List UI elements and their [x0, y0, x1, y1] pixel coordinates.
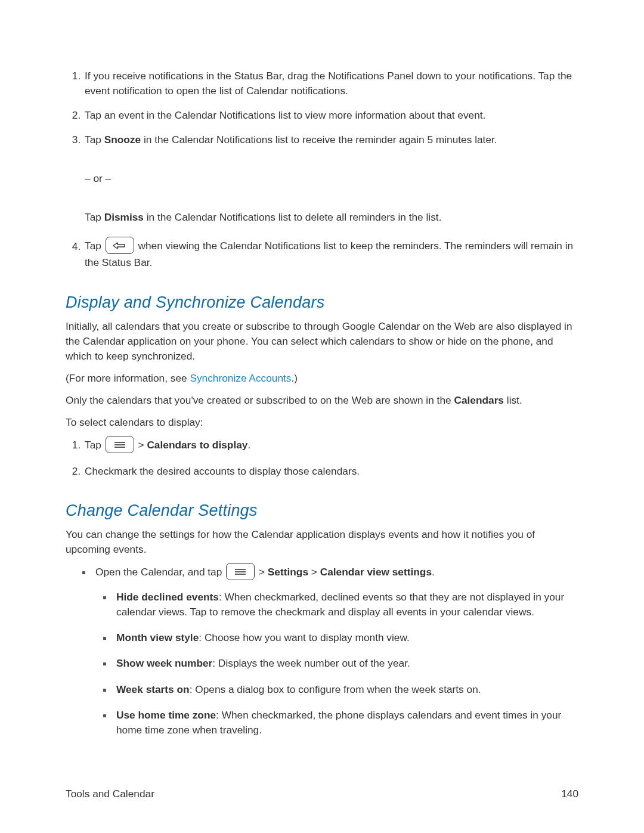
step-2: Tap an event in the Calendar Notificatio…	[83, 108, 578, 123]
step-1: If you receive notifications in the Stat…	[83, 69, 578, 98]
footer-page-number: 140	[561, 788, 578, 800]
or-separator: – or –	[85, 171, 578, 186]
footer-section-title: Tools and Calendar	[66, 788, 154, 800]
step-2-text: Tap an event in the Calendar Notificatio…	[85, 109, 485, 121]
section1-p3: Only the calendars that you've created o…	[66, 393, 578, 408]
settings-label: Settings	[268, 566, 308, 578]
snooze-label: Snooze	[104, 134, 141, 145]
back-button-icon	[106, 237, 134, 254]
bullet-week-starts-on: Week starts on: Opens a dialog box to co…	[113, 682, 578, 697]
section1-step-2: Checkmark the desired accounts to displa…	[83, 464, 578, 479]
section2-top-bullet: Open the Calendar, and tap > Settings > …	[92, 564, 578, 738]
menu-button-icon	[106, 436, 134, 453]
section2-outer-list: Open the Calendar, and tap > Settings > …	[66, 564, 578, 738]
section1-p2: (For more information, see Synchronize A…	[66, 371, 578, 386]
heading-display-sync: Display and Synchronize Calendars	[66, 293, 578, 312]
section2-p1: You can change the settings for how the …	[66, 527, 578, 557]
heading-change-settings: Change Calendar Settings	[66, 501, 578, 520]
section1-step-1: Tap > Calendars to display.	[83, 437, 578, 454]
dismiss-label: Dismiss	[104, 211, 144, 223]
bullet-home-time-zone: Use home time zone: When checkmarked, th…	[113, 708, 578, 738]
menu-button-icon	[226, 563, 255, 580]
section1-p1: Initially, all calendars that you create…	[66, 319, 578, 364]
calendar-view-settings-label: Calendar view settings	[320, 566, 432, 578]
step-3-alt: Tap Dismiss in the Calendar Notification…	[85, 210, 578, 225]
synchronize-accounts-link[interactable]: Synchronize Accounts	[190, 372, 291, 384]
page-footer: Tools and Calendar 140	[66, 788, 578, 800]
step-3: Tap Snooze in the Calendar Notifications…	[83, 132, 578, 225]
bullet-show-week-number: Show week number: Displays the week numb…	[113, 656, 578, 671]
intro-steps-list: If you receive notifications in the Stat…	[66, 69, 578, 271]
bullet-hide-declined: Hide declined events: When checkmarked, …	[113, 590, 578, 620]
calendars-to-display-label: Calendars to display	[147, 439, 247, 451]
bullet-month-view: Month view style: Choose how you want to…	[113, 630, 578, 645]
step-4: Tap when viewing the Calendar Notificati…	[83, 238, 578, 270]
section1-p4: To select calendars to display:	[66, 415, 578, 430]
section2-inner-list: Hide declined events: When checkmarked, …	[95, 590, 578, 738]
step-1-text: If you receive notifications in the Stat…	[85, 70, 572, 97]
section1-steps-list: Tap > Calendars to display. Checkmark th…	[66, 437, 578, 479]
